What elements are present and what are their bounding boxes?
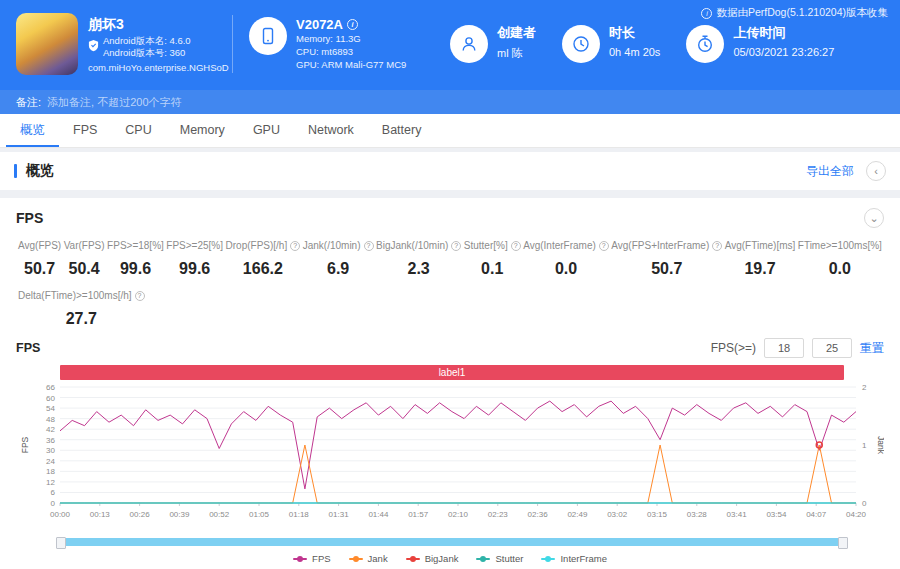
svg-text:00:39: 00:39 (169, 510, 190, 519)
chart-zoom-slider[interactable] (60, 538, 844, 546)
svg-text:60: 60 (46, 394, 55, 403)
upload-value: 05/03/2021 23:26:27 (733, 46, 834, 58)
help-icon[interactable]: ? (599, 241, 609, 251)
android-version-name: Android版本名: 4.6.0 (103, 35, 191, 47)
svg-text:FPS: FPS (20, 436, 30, 453)
svg-text:01:31: 01:31 (329, 510, 350, 519)
metric-value: 27.7 (18, 310, 145, 328)
header-divider (232, 15, 233, 73)
fps-threshold-input-2[interactable] (812, 338, 852, 358)
metric-value: 166.2 (226, 260, 301, 278)
metric-var-fps-: Var(FPS)50.4 (64, 240, 105, 278)
chart-label-banner: label1 (60, 365, 844, 380)
svg-text:1: 1 (862, 441, 867, 450)
remarks-placeholder: 添加备注, 不超过200个字符 (47, 95, 181, 110)
help-icon[interactable]: ? (135, 291, 145, 301)
svg-text:12: 12 (46, 478, 55, 487)
legend-label: FPS (312, 553, 330, 564)
legend-item-bigjank[interactable]: BigJank (406, 553, 459, 564)
export-all-link[interactable]: 导出全部 (806, 163, 854, 180)
svg-text:02:49: 02:49 (567, 510, 588, 519)
metric-label: BigJank(/10min) (376, 240, 448, 251)
upload-label: 上传时间 (733, 25, 834, 40)
fps-metrics-row2: Delta(FTime)>=100ms[/h]?27.7 (16, 290, 884, 328)
tab-概览[interactable]: 概览 (6, 114, 59, 147)
metric-value: 50.7 (18, 260, 61, 278)
legend-item-interframe[interactable]: InterFrame (541, 553, 606, 564)
svg-text:66: 66 (46, 383, 55, 392)
metric-label: Avg(InterFrame) (523, 240, 596, 251)
duration-value: 0h 4m 20s (609, 46, 660, 58)
clock-icon (562, 25, 600, 63)
legend-label: Jank (368, 553, 388, 564)
tab-bar: 概览FPSCPUMemoryGPUNetworkBattery (0, 114, 900, 148)
fps-line-chart[interactable]: 061218243036424854606601200:0000:1300:26… (16, 382, 884, 532)
legend-item-stutter[interactable]: Stutter (476, 553, 523, 564)
metric-label: FTime>=100ms[%] (798, 240, 882, 251)
help-icon[interactable]: ? (451, 241, 461, 251)
metric-avg-fps-: Avg(FPS)50.7 (18, 240, 61, 278)
metric-value: 2.3 (376, 260, 461, 278)
fps-threshold-label: FPS(>=) (711, 341, 756, 355)
metric-avg-interframe-: Avg(InterFrame)?0.0 (523, 240, 609, 278)
help-icon[interactable]: ? (364, 241, 374, 251)
legend-marker-icon (406, 558, 420, 560)
fps-metrics-row: Avg(FPS)50.7Var(FPS)50.4FPS>=18[%]99.6FP… (16, 240, 884, 278)
metric-label: Var(FPS) (64, 240, 105, 251)
perfdog-report-page: i 数据由PerfDog(5.1.210204)版本收集 崩坏3 Android… (0, 0, 900, 569)
duration-block: 时长 0h 4m 20s (562, 25, 660, 63)
svg-text:04:20: 04:20 (846, 510, 867, 519)
metric-fps-18-: FPS>=18[%]99.6 (107, 240, 164, 278)
svg-text:03:54: 03:54 (766, 510, 787, 519)
svg-text:0: 0 (51, 499, 56, 508)
metric-value: 0.0 (798, 260, 882, 278)
svg-text:24: 24 (46, 457, 55, 466)
person-icon (450, 25, 488, 63)
collect-note: i 数据由PerfDog(5.1.210204)版本收集 (701, 6, 888, 20)
metric-value: 99.6 (166, 260, 223, 278)
help-icon[interactable]: ? (511, 241, 521, 251)
svg-text:00:13: 00:13 (90, 510, 111, 519)
svg-text:42: 42 (46, 425, 55, 434)
reset-button[interactable]: 重置 (860, 340, 884, 357)
legend-item-jank[interactable]: Jank (349, 553, 388, 564)
svg-text:02:23: 02:23 (488, 510, 509, 519)
device-block: V2072A i Memory: 11.3G CPU: mt6893 GPU: … (249, 17, 424, 71)
tab-fps[interactable]: FPS (59, 114, 111, 147)
metric-value: 19.7 (725, 260, 796, 278)
legend-marker-icon (349, 558, 363, 560)
metric-jank-10min-: Jank(/10min)?6.9 (303, 240, 374, 278)
tab-gpu[interactable]: GPU (239, 114, 294, 147)
remarks-bar[interactable]: 备注: 添加备注, 不超过200个字符 (0, 90, 900, 114)
upload-time-block: 上传时间 05/03/2021 23:26:27 (686, 25, 834, 63)
duration-label: 时长 (609, 25, 660, 40)
fps-section-title: FPS (16, 210, 43, 226)
device-info-icon[interactable]: i (347, 19, 358, 30)
svg-text:0: 0 (862, 499, 867, 508)
help-icon[interactable]: ? (712, 241, 722, 251)
metric-fps-25-: FPS>=25[%]99.6 (166, 240, 223, 278)
svg-text:01:05: 01:05 (249, 510, 270, 519)
shield-icon (88, 38, 99, 56)
fps-threshold-input-1[interactable] (764, 338, 804, 358)
tab-memory[interactable]: Memory (166, 114, 239, 147)
svg-text:03:28: 03:28 (687, 510, 708, 519)
chevron-down-icon[interactable]: ⌄ (864, 208, 884, 228)
metric-avg-ftime-ms-: Avg(FTime)[ms]19.7 (725, 240, 796, 278)
remarks-label: 备注: (16, 95, 41, 110)
tab-network[interactable]: Network (294, 114, 368, 147)
metric-label: Stutter[%] (464, 240, 508, 251)
legend-marker-icon (476, 558, 490, 560)
device-gpu: GPU: ARM Mali-G77 MC9 (296, 58, 424, 71)
svg-text:04:07: 04:07 (806, 510, 827, 519)
legend-marker-icon (541, 558, 555, 560)
metric-label: Drop(FPS)[/h] (226, 240, 288, 251)
tab-battery[interactable]: Battery (368, 114, 436, 147)
legend-label: InterFrame (560, 553, 606, 564)
svg-text:00:52: 00:52 (209, 510, 230, 519)
collapse-left-icon[interactable]: ‹ (866, 161, 886, 181)
help-icon[interactable]: ? (290, 241, 300, 251)
legend-item-fps[interactable]: FPS (293, 553, 330, 564)
tab-cpu[interactable]: CPU (111, 114, 165, 147)
report-header: i 数据由PerfDog(5.1.210204)版本收集 崩坏3 Android… (0, 0, 900, 90)
